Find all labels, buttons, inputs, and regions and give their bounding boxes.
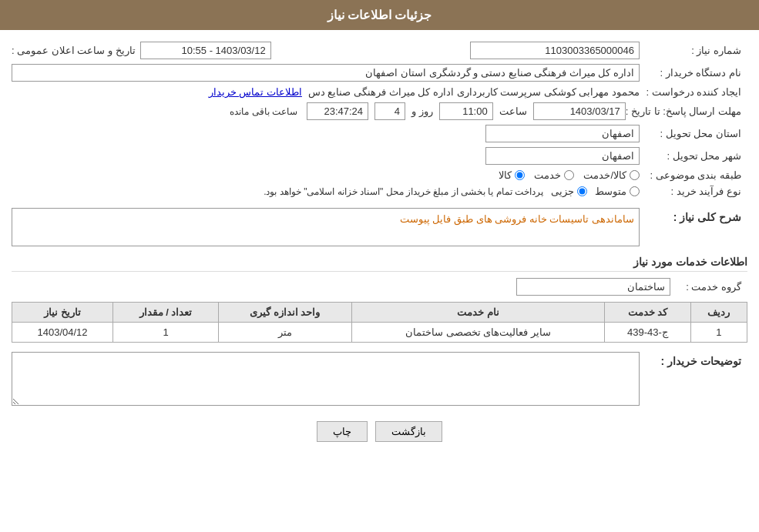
tarikh-saet-label: تاریخ و ساعت اعلان عمومی : [12,45,136,56]
row-farayand: نوع فرآیند خرید : متوسط جزیی پرداخت تمام… [12,186,747,197]
col-tarikh: تاریخ نیاز [12,303,113,323]
remaining-label: ساعت باقی مانده [230,106,297,117]
radio-mottaset: متوسط [595,186,640,197]
mohlat-value-cell: 1403/03/17 ساعت 11:00 روز و 4 23:47:24 س… [12,102,626,120]
table-row: 1 ج-43-439 سایر فعالیت‌های تخصصی ساختمان… [12,323,747,343]
date-input[interactable]: 1403/03/17 [533,102,626,120]
radio-mottaset-label: متوسط [595,186,626,197]
cell-radif: 1 [690,323,747,343]
shahr-value-cell: اصفهان [12,147,640,165]
creator-link[interactable]: اطلاعات تماس خریدار [209,86,302,98]
radio-kala-khedmat-input[interactable] [630,170,640,180]
sharh-value-cell: ساماندهی تاسیسات خانه فروشی های طبق فایل… [12,208,640,246]
ostan-label: استان محل تحویل : [640,128,747,139]
col-vahed: واحد اندازه گیری [218,303,351,323]
days-label: روز و [411,105,433,117]
tabaqe-label: طبقه بندی موضوعی : [640,169,747,181]
tabaqe-value-cell: کالا/خدمت خدمت کالا [12,169,640,181]
row-mohlat: مهلت ارسال پاسخ: تا تاریخ : 1403/03/17 س… [12,102,747,120]
time-input[interactable]: 11:00 [439,102,493,120]
service-section-title: اطلاعات خدمات مورد نیاز [12,256,747,272]
cell-nam: سایر فعالیت‌های تخصصی ساختمان [351,323,604,343]
service-group-label: گروه خدمت : [670,281,747,293]
radio-kala-khedmat: کالا/خدمت [583,169,640,181]
row-nam-dastgah: نام دستگاه خریدار : اداره کل میراث فرهنگ… [12,64,747,82]
radio-khedmat-label: خدمت [534,169,561,181]
table-header-row: ردیف کد خدمت نام خدمت واحد اندازه گیری ت… [12,303,747,323]
shahr-label: شهر محل تحویل : [640,150,747,162]
radio-khedmat: خدمت [534,169,574,181]
tozihat-value-cell [12,352,640,406]
farayand-label: نوع فرآیند خرید : [640,186,747,197]
mohlat-label: مهلت ارسال پاسخ: تا تاریخ : [626,105,747,117]
row-service-group: گروه خدمت : ساختمان [12,278,747,296]
cell-tarikh: 1403/04/12 [12,323,113,343]
row-tabaqe: طبقه بندی موضوعی : کالا/خدمت خدمت کالا [12,169,747,181]
days-input[interactable]: 4 [374,102,405,120]
row-sharh: شرح کلی نیاز : ساماندهی تاسیسات خانه فرو… [12,208,747,246]
process-note: پرداخت تمام یا بخشی از مبلغ خریداز محل "… [264,186,543,197]
sharh-label: شرح کلی نیاز : [640,208,747,223]
mohlat-inline: 1403/03/17 ساعت 11:00 روز و 4 23:47:24 س… [230,102,625,120]
nam-dastgah-input[interactable]: اداره کل میراث فرهنگی صنایع دستی و گردشگ… [12,64,640,82]
radio-jozii: جزیی [551,186,587,197]
table-head: ردیف کد خدمت نام خدمت واحد اندازه گیری ت… [12,303,747,323]
content-area: شماره نیاز : 1103003365000046 1403/03/12… [0,30,759,469]
tarikh-saet-group: 1403/03/12 - 10:55 تاریخ و ساعت اعلان عم… [12,42,271,59]
shomare-label: شماره نیاز : [640,45,747,56]
row-creator: ایجاد کننده درخواست : محمود مهرابی کوشکی… [12,86,747,98]
radio-kala-label: کالا [499,169,512,181]
creator-label: ایجاد کننده درخواست : [640,86,747,98]
row-shomare: شماره نیاز : 1103003365000046 1403/03/12… [12,42,747,59]
row-ostan: استان محل تحویل : اصفهان [12,125,747,142]
radio-jozii-input[interactable] [577,186,587,196]
btn-row: بازگشت چاپ [12,421,747,457]
spacer1 [12,202,747,208]
nam-dastgah-label: نام دستگاه خریدار : [640,67,747,79]
col-nam: نام خدمت [351,303,604,323]
page-container: جزئیات اطلاعات نیاز شماره نیاز : 1103003… [0,0,759,532]
col-tedad: تعداد / مقدار [113,303,219,323]
row-tozihat: توضیحات خریدار : [12,352,747,406]
tarikh-saet-input[interactable]: 1403/03/12 - 10:55 [140,42,271,59]
creator-value-cell: محمود مهرابی کوشکی سرپرست کاربرداری ادار… [12,86,640,98]
service-group-input[interactable]: ساختمان [516,278,670,296]
tabaqe-radio-group: کالا/خدمت خدمت کالا [499,169,640,181]
radio-jozii-label: جزیی [551,186,574,197]
ostan-value-cell: اصفهان [12,125,640,142]
shomare-value-cell: 1103003365000046 [287,42,640,59]
shahr-input[interactable]: اصفهان [485,147,640,165]
radio-kala-input[interactable] [515,170,525,180]
time-label: ساعت [499,105,527,117]
radio-kala-khedmat-label: کالا/خدمت [583,169,626,181]
cell-vahed: متر [218,323,351,343]
radio-khedmat-input[interactable] [564,170,574,180]
col-kod: کد خدمت [605,303,690,323]
cell-tedad: 1 [113,323,219,343]
radio-kala: کالا [499,169,525,181]
col-radif: ردیف [690,303,747,323]
farayand-value-cell: متوسط جزیی پرداخت تمام یا بخشی از مبلغ خ… [12,186,640,197]
shomare-input[interactable]: 1103003365000046 [470,42,640,59]
page-title: جزئیات اطلاعات نیاز [327,8,432,22]
farayand-row: متوسط جزیی پرداخت تمام یا بخشی از مبلغ خ… [264,186,640,197]
back-button[interactable]: بازگشت [375,421,442,442]
radio-mottaset-input[interactable] [630,186,640,196]
cell-kod: ج-43-439 [605,323,690,343]
page-header: جزئیات اطلاعات نیاز [0,0,759,30]
countdown-input[interactable]: 23:47:24 [307,102,368,120]
creator-value: محمود مهرابی کوشکی سرپرست کاربرداری ادار… [308,86,640,98]
tozihat-label: توضیحات خریدار : [640,352,747,367]
nam-dastgah-value-cell: اداره کل میراث فرهنگی صنایع دستی و گردشگ… [12,64,640,82]
ostan-input[interactable]: اصفهان [485,125,640,142]
print-button[interactable]: چاپ [317,421,368,442]
sharh-text: ساماندهی تاسیسات خانه فروشی های طبق فایل… [400,213,634,225]
tozihat-textarea[interactable] [12,352,640,406]
services-table: ردیف کد خدمت نام خدمت واحد اندازه گیری ت… [12,302,747,343]
sharh-box: ساماندهی تاسیسات خانه فروشی های طبق فایل… [12,208,640,246]
row-shahr: شهر محل تحویل : اصفهان [12,147,747,165]
table-body: 1 ج-43-439 سایر فعالیت‌های تخصصی ساختمان… [12,323,747,343]
